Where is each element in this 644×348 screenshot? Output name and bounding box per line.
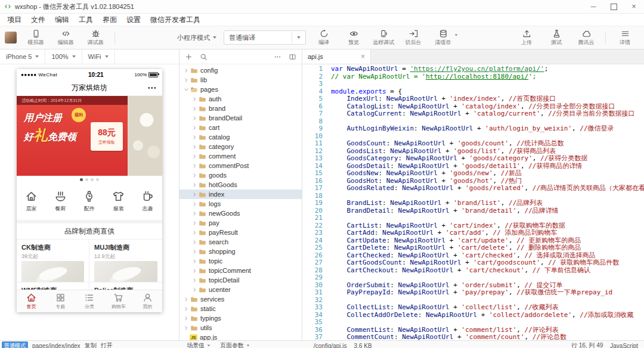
- search-icon[interactable]: [200, 53, 208, 61]
- tree-item-commentPost[interactable]: commentPost: [179, 161, 302, 170]
- sim-device-select[interactable]: iPhone 5: [0, 49, 45, 64]
- product-card[interactable]: WMF制造商: [17, 282, 89, 290]
- category-hobby[interactable]: 志趣: [133, 183, 162, 220]
- menu-view[interactable]: 界面: [98, 15, 122, 25]
- minimize-button[interactable]: ─: [583, 0, 603, 13]
- tree-item-brand[interactable]: brand: [179, 104, 302, 113]
- titlebar: wxshop - 微信开发者工具 v1.02.1804251 ─ ×: [0, 0, 644, 14]
- menu-devtools[interactable]: 微信开发者工具: [145, 15, 205, 25]
- tool-tencent-cloud[interactable]: 腾讯云: [572, 29, 600, 46]
- category-home[interactable]: 居家: [17, 183, 46, 220]
- detail-icon: [621, 29, 630, 38]
- tabbar-item-topic[interactable]: 专题: [46, 290, 75, 312]
- tree-item-catalog[interactable]: catalog: [179, 132, 302, 142]
- split-editor-icon[interactable]: [289, 53, 296, 61]
- chevron-right-icon: [191, 163, 198, 169]
- tool-debugger[interactable]: 调试器: [81, 29, 110, 46]
- tree-item-ucenter[interactable]: ucenter: [179, 285, 302, 294]
- tree-item-label: catalog: [209, 133, 230, 141]
- more-actions-icon[interactable]: [274, 53, 281, 61]
- close-button[interactable]: ×: [624, 0, 644, 13]
- product-price: 39元起: [21, 253, 84, 259]
- category-clothing[interactable]: 服装: [104, 183, 133, 220]
- new-file-icon[interactable]: [185, 53, 193, 61]
- sim-zoom-select[interactable]: 100%: [45, 49, 82, 64]
- folder-icon: [198, 153, 206, 160]
- tool-editor[interactable]: 编辑器: [51, 29, 80, 46]
- tree-item-pages[interactable]: pages: [179, 85, 302, 94]
- tabbar-item-cart[interactable]: 购物车: [104, 290, 133, 312]
- line-number: 7: [302, 110, 323, 118]
- tree-item-cart[interactable]: cart: [179, 123, 302, 132]
- tree-item-topic[interactable]: topic: [179, 256, 302, 266]
- promo-banner[interactable]: 活动截止时间：2014年12月31日 用户注册 好礼免费领 福利 88元 立即领…: [17, 96, 162, 176]
- tree-item-pay[interactable]: pay: [179, 218, 302, 228]
- tree-item-brandDetail[interactable]: brandDetail: [179, 113, 302, 123]
- tool-test[interactable]: 测试: [542, 29, 571, 46]
- product-card[interactable]: MUJI制造商12.9元起: [89, 240, 162, 282]
- tree-item-comment[interactable]: comment: [179, 151, 302, 161]
- code-editor[interactable]: 1234567891011121314151617181920212223242…: [302, 64, 644, 340]
- tool-remote-debug[interactable]: 远程调试: [369, 29, 398, 46]
- line-number: 29: [302, 274, 323, 282]
- tool-upload[interactable]: 上传: [512, 29, 541, 46]
- menu-project[interactable]: 项目: [2, 15, 26, 25]
- tool-preview[interactable]: 预览: [339, 29, 368, 46]
- mode-select[interactable]: 小程序模式: [174, 33, 220, 42]
- tabbar-item-home[interactable]: 首页: [17, 290, 46, 312]
- carousel-dot: [96, 178, 99, 181]
- tabbar-item-mine[interactable]: 我的: [133, 290, 162, 312]
- user-avatar[interactable]: [5, 32, 17, 44]
- tab-user-icon: [143, 293, 153, 303]
- open-path-button[interactable]: 打开: [101, 341, 113, 348]
- tree-item-index[interactable]: index: [179, 189, 302, 199]
- tool-compile[interactable]: 编译: [309, 29, 338, 46]
- tree-item-topicComment[interactable]: topicComment: [179, 266, 302, 275]
- tree-item-shopping[interactable]: shopping: [179, 247, 302, 256]
- tree-item-services[interactable]: services: [179, 294, 302, 304]
- more-menu-icon[interactable]: •••: [148, 85, 157, 91]
- scene-value-select[interactable]: 场景值: [187, 341, 210, 348]
- copy-path-button[interactable]: 复制: [85, 341, 97, 348]
- menu-settings[interactable]: 设置: [122, 15, 145, 25]
- tree-item-topicDetail[interactable]: topicDetail: [179, 275, 302, 285]
- tree-item-auth[interactable]: auth: [179, 94, 302, 104]
- tree-item-lib[interactable]: lib: [179, 75, 302, 85]
- menu-file[interactable]: 文件: [26, 15, 50, 25]
- maximize-button[interactable]: [603, 0, 624, 13]
- compile-label: 编译: [318, 39, 329, 46]
- category-accessory[interactable]: 配件: [75, 183, 104, 220]
- tree-item-typings[interactable]: typings: [179, 313, 302, 323]
- tree-item-hotGoods[interactable]: hotGoods: [179, 180, 302, 189]
- tree-item-label: utils: [200, 324, 212, 331]
- category-kitchen[interactable]: 餐厨: [46, 183, 75, 220]
- tool-clear-cache[interactable]: 清缓存: [429, 29, 457, 46]
- tree-item-payResult[interactable]: payResult: [179, 228, 302, 237]
- close-tab-icon[interactable]: ×: [361, 52, 365, 61]
- tool-switch-background[interactable]: 切后台: [399, 29, 428, 46]
- tool-details[interactable]: 详情: [611, 29, 639, 46]
- menu-tools[interactable]: 工具: [74, 15, 98, 25]
- tab-api-js[interactable]: api.js ×: [302, 49, 371, 64]
- tree-item-search[interactable]: search: [179, 237, 302, 247]
- compile-config-select[interactable]: 普通编译: [224, 30, 306, 45]
- details-label: 详情: [620, 39, 630, 46]
- tree-item-static[interactable]: static: [179, 304, 302, 313]
- tool-simulator[interactable]: 模拟器: [21, 29, 50, 46]
- tabbar-item-category[interactable]: 分类: [75, 290, 104, 312]
- sim-network-select[interactable]: WiFi: [82, 49, 115, 64]
- product-card[interactable]: CK制造商39元起: [17, 240, 89, 282]
- page-params-select[interactable]: 页面参数: [220, 341, 250, 348]
- tree-item-label: brand: [209, 105, 225, 112]
- tree-item-newGoods[interactable]: newGoods: [179, 209, 302, 218]
- tree-item-config[interactable]: config: [179, 66, 302, 75]
- tree-item-utils[interactable]: utils: [179, 323, 302, 333]
- product-name: MUJI制造商: [94, 243, 157, 252]
- product-card[interactable]: Police制造商: [89, 282, 162, 290]
- tree-item-goods[interactable]: goods: [179, 170, 302, 180]
- tree-item-category[interactable]: category: [179, 142, 302, 151]
- tree-item-app.js[interactable]: JSapp.js: [179, 333, 302, 340]
- tree-item-logs[interactable]: logs: [179, 199, 302, 209]
- menu-edit[interactable]: 编辑: [50, 15, 74, 25]
- code-line: CommentCount: NewApiRootUrl + 'comment/c…: [331, 334, 644, 340]
